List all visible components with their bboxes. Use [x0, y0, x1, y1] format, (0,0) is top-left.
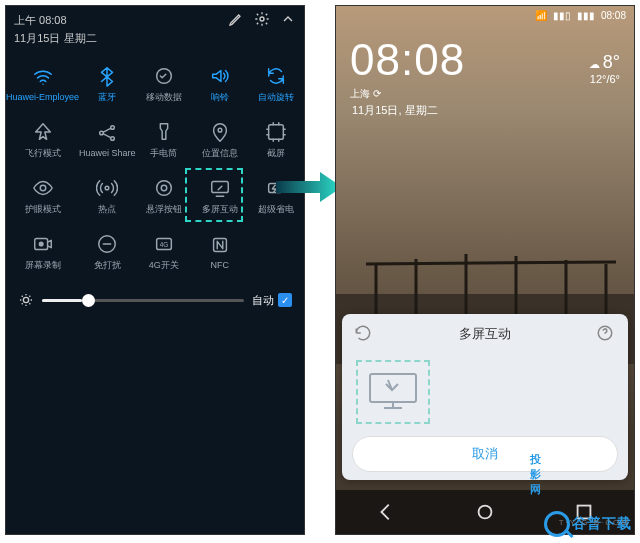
status-bar-right: 📶 ▮▮▯ ▮▮▮ 08:08 — [336, 6, 634, 25]
highlight-multi-screen — [185, 168, 243, 222]
toggle-label: 热点 — [98, 203, 116, 216]
toggle-label: 位置信息 — [202, 147, 238, 160]
toggle-label: 悬浮按钮 — [146, 203, 182, 216]
watermark-brand: 投影网 — [530, 452, 542, 497]
svg-text:4G: 4G — [159, 240, 168, 247]
svg-point-8 — [105, 186, 109, 190]
auto-rotate-toggle[interactable]: 自动旋转 — [248, 56, 304, 112]
nav-home-icon[interactable] — [474, 501, 496, 523]
toggle-label: 4G开关 — [149, 259, 179, 272]
cancel-button[interactable]: 取消 — [352, 436, 618, 472]
svg-point-0 — [260, 17, 264, 21]
float-button-toggle[interactable]: 悬浮按钮 — [136, 168, 192, 224]
refresh-icon[interactable] — [354, 324, 374, 344]
4g-icon: 4G — [153, 233, 175, 255]
date-label-left: 11月15日 星期二 — [6, 31, 304, 52]
share-icon — [96, 122, 118, 144]
svg-point-14 — [39, 242, 43, 246]
signal-icon: ▮▮▯ — [553, 10, 571, 21]
toggle-label: 自动旋转 — [258, 91, 294, 104]
svg-point-10 — [161, 185, 167, 191]
nfc-icon — [209, 234, 231, 256]
dialog-title: 多屏互动 — [459, 325, 511, 343]
eye-comfort-toggle[interactable]: 护眼模式 — [6, 168, 79, 224]
brightness-low-icon — [18, 292, 34, 308]
brightness-slider[interactable] — [42, 299, 244, 302]
toggle-label: Huawei-Employee — [6, 92, 79, 102]
toggle-label: 截屏 — [267, 147, 285, 160]
4g-toggle[interactable]: 4G4G开关 — [136, 224, 192, 280]
volume-icon — [209, 65, 231, 87]
svg-rect-6 — [269, 124, 284, 139]
huawei-share-toggle[interactable]: Huawei Share — [79, 112, 136, 168]
toggle-label: Huawei Share — [79, 148, 136, 158]
auto-label: 自动 — [252, 293, 274, 308]
svg-point-9 — [156, 180, 171, 195]
screenshot-toggle[interactable]: 截屏 — [248, 112, 304, 168]
wifi-icon — [32, 66, 54, 88]
rotate-icon — [265, 65, 287, 87]
svg-point-19 — [23, 297, 28, 302]
float-icon — [153, 177, 175, 199]
mobile-data-toggle[interactable]: 移动数据 — [136, 56, 192, 112]
record-icon — [32, 233, 54, 255]
help-icon[interactable] — [596, 324, 616, 344]
weather-widget: ☁ 8° 12°/6° — [589, 52, 620, 85]
toggle-label: 飞行模式 — [25, 147, 61, 160]
battery-icon: ▮▮▮ — [577, 10, 595, 21]
airplane-toggle[interactable]: 飞行模式 — [6, 112, 79, 168]
svg-line-27 — [366, 262, 616, 264]
temp-main: 8° — [603, 52, 620, 72]
location-icon — [209, 121, 231, 143]
wifi-toggle[interactable]: Huawei-Employee — [6, 56, 79, 112]
data-icon — [153, 65, 175, 87]
svg-point-7 — [40, 185, 46, 191]
device-target[interactable] — [356, 360, 430, 424]
date-label-right: 11月15日, 星期二 — [336, 101, 634, 120]
toggle-label: 移动数据 — [146, 91, 182, 104]
temp-range: 12°/6° — [589, 73, 620, 85]
toggle-label: 手电筒 — [150, 147, 177, 160]
nav-back-icon[interactable] — [375, 501, 397, 523]
toggle-label: 护眼模式 — [25, 203, 61, 216]
eye-icon — [32, 177, 54, 199]
toggle-label: NFC — [211, 260, 230, 270]
lock-screen: 📶 ▮▮▯ ▮▮▮ 08:08 08:08 上海 ⟳ ☁ 8° 12°/6° 1… — [335, 5, 635, 535]
airplane-icon — [32, 121, 54, 143]
collapse-icon[interactable] — [280, 11, 296, 29]
hotspot-toggle[interactable]: 热点 — [79, 168, 136, 224]
quick-settings-panel: 上午 08:08 11月15日 星期二 Huawei-Employee蓝牙移动数… — [5, 5, 305, 535]
check-icon: ✓ — [278, 293, 292, 307]
wifi-icon: 📶 — [535, 10, 547, 21]
toggle-label: 免打扰 — [94, 259, 121, 272]
bluetooth-icon — [96, 65, 118, 87]
clock-row: 08:08 上海 ⟳ ☁ 8° 12°/6° — [336, 25, 634, 101]
power-save-toggle[interactable]: 超级省电 — [248, 168, 304, 224]
bluetooth-toggle[interactable]: 蓝牙 — [79, 56, 136, 112]
flashlight-toggle[interactable]: 手电筒 — [136, 112, 192, 168]
time-label: 上午 08:08 — [14, 13, 67, 28]
flashlight-icon — [153, 121, 175, 143]
svg-point-32 — [479, 506, 492, 519]
weather-icon: ☁ — [589, 58, 600, 70]
status-time: 08:08 — [601, 10, 626, 21]
battery-icon — [265, 177, 287, 199]
clock: 08:08 — [350, 35, 465, 85]
toggle-label: 超级省电 — [258, 203, 294, 216]
hotspot-icon — [96, 177, 118, 199]
toggle-label: 响铃 — [211, 91, 229, 104]
status-bar-left: 上午 08:08 — [6, 6, 304, 31]
auto-brightness-checkbox[interactable]: 自动 ✓ — [252, 293, 292, 308]
gear-icon[interactable] — [254, 11, 270, 29]
edit-icon[interactable] — [228, 11, 244, 29]
location-toggle[interactable]: 位置信息 — [192, 112, 248, 168]
watermark-sub: T·Y·G·B·COM — [559, 518, 630, 527]
brightness-row: 自动 ✓ — [6, 284, 304, 316]
nfc-toggle[interactable]: NFC — [192, 224, 248, 280]
dnd-toggle[interactable]: 免打扰 — [79, 224, 136, 280]
city-label: 上海 ⟳ — [350, 87, 465, 101]
sound-toggle[interactable]: 响铃 — [192, 56, 248, 112]
toggle-label: 屏幕录制 — [25, 259, 61, 272]
screen-record-toggle[interactable]: 屏幕录制 — [6, 224, 79, 280]
multi-screen-dialog: 多屏互动 取消 — [342, 314, 628, 480]
